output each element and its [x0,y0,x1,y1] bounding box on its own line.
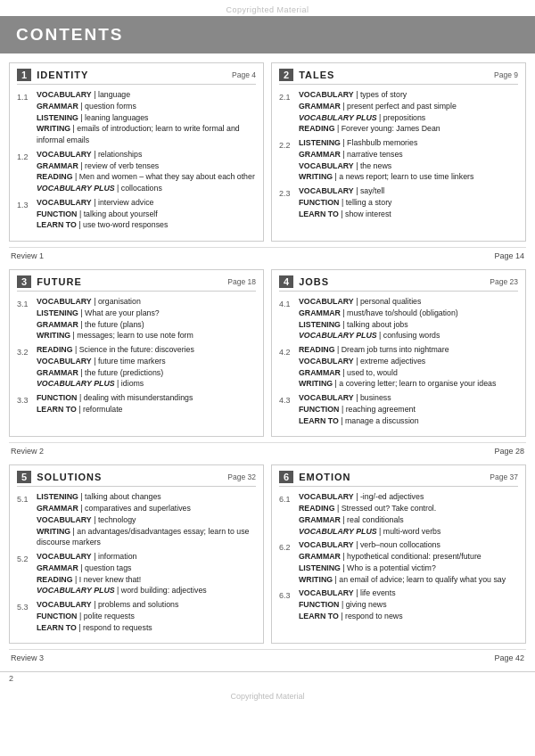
unit-header-5: 5SOLUTIONSPage 32 [17,471,256,487]
unit-title-2: TALES [299,70,334,80]
section-4.1: 4.1VOCABULARY | personal qualitiesGRAMMA… [279,296,518,341]
review-1-label: Review 1 [11,251,44,260]
keyword-rest: | confusing words [377,331,440,340]
section-line: VOCABULARY PLUS | word building: adjecti… [37,585,256,596]
keyword-rest: | telling a story [339,198,391,207]
section-line: GRAMMAR | comparatives and superlatives [37,503,256,514]
review-1: Review 1 Page 14 [9,247,526,264]
keyword: VOCABULARY [299,588,354,597]
section-line: VOCABULARY PLUS | idioms [37,378,256,390]
keyword: VOCABULARY [37,90,92,99]
keyword: GRAMMAR [299,515,341,524]
keyword: LISTENING [37,113,78,122]
section-line: FUNCTION | telling a story [299,197,518,209]
section-1.2: 1.2VOCABULARY | relationshipsGRAMMAR | r… [17,149,256,194]
keyword-rest: | review of verb tenses [78,161,159,170]
keyword-rest: | reformulate [77,405,123,414]
section-line: FUNCTION | reaching agreement [299,404,518,415]
keyword-rest: | verb–noun collocations [354,540,440,549]
keyword: GRAMMAR [299,368,341,377]
unit-number-2: 2 [279,69,293,81]
section-line: WRITING | messages; learn to use note fo… [37,330,256,341]
keyword: GRAMMAR [299,150,341,159]
keyword-rest: | problems and solutions [92,600,179,609]
keyword: LEARN TO [37,220,77,229]
keyword-rest: | I never knew that! [73,575,142,584]
keyword: FUNCTION [37,393,77,402]
section-line: VOCABULARY | future time markers [37,356,256,367]
section-line: VOCABULARY | problems and solutions [37,599,256,611]
section-content-6.1: VOCABULARY | -ing/-ed adjectivesREADING … [299,491,518,537]
section-line: VOCABULARY | interview advice [37,197,256,209]
header-title: CONTENTS [16,25,124,44]
keyword: LEARN TO [299,210,339,218]
section-line: VOCABULARY PLUS | multi-word verbs [299,526,518,538]
keyword: GRAMMAR [299,552,341,561]
keyword-rest: | idioms [115,379,144,388]
section-content-3.3: FUNCTION | dealing with misunderstanding… [37,392,256,415]
keyword: VOCABULARY PLUS [37,184,115,193]
keyword-rest: | life events [354,588,396,597]
section-line: VOCABULARY | life events [299,588,518,599]
keyword: VOCABULARY [37,357,92,366]
keyword: VOCABULARY [299,186,354,195]
section-line: LISTENING | leaning languages [37,112,256,124]
section-content-4.3: VOCABULARY | businessFUNCTION | reaching… [299,392,518,426]
section-line: LISTENING | Who is a potential victim? [299,563,518,574]
keyword-rest: | talking about changes [78,492,161,501]
watermark-top: Copyrighted Material [0,0,535,16]
section-1.1: 1.1VOCABULARY | languageGRAMMAR | questi… [17,89,256,146]
keyword-rest: | -ing/-ed adjectives [354,492,424,501]
keyword: READING [299,345,335,354]
keyword: VOCABULARY [37,515,92,524]
keyword-rest: | a news report; learn to use time linke… [333,172,473,181]
unit-box-2: 2TALESPage 92.1VOCABULARY | types of sto… [271,62,526,242]
section-content-5.3: VOCABULARY | problems and solutionsFUNCT… [37,599,256,633]
keyword-rest: | question forms [78,102,136,111]
section-line: LISTENING | talking about jobs [299,319,518,331]
section-line: READING | Forever young: James Dean [299,123,518,135]
keyword: LISTENING [37,492,78,501]
unit-box-3: 3FUTUREPage 183.1VOCABULARY | organisati… [9,269,264,437]
keyword: LEARN TO [299,416,339,425]
unit-header-6: 6EMOTIONPage 37 [279,471,518,487]
section-line: LEARN TO | manage a discussion [299,415,518,427]
keyword: READING [299,504,335,513]
section-line: FUNCTION | polite requests [37,611,256,622]
keyword: WRITING [299,575,333,584]
keyword-rest: | future time markers [92,357,166,366]
section-content-3.2: READING | Science in the future: discove… [37,344,256,390]
keyword: VOCABULARY PLUS [37,379,115,388]
keyword-rest: | must/have to/should (obligation) [341,308,458,317]
section-content-4.2: READING | Dream job turns into nightmare… [299,344,518,390]
section-line: VOCABULARY | say/tell [299,185,518,197]
section-line: GRAMMAR | present perfect and past simpl… [299,101,518,112]
section-line: VOCABULARY | types of story [299,89,518,101]
keyword: FUNCTION [37,210,77,218]
section-line: FUNCTION | talking about yourself [37,209,256,220]
unit-header-3: 3FUTUREPage 18 [17,275,256,292]
keyword: GRAMMAR [37,504,78,513]
unit-page-3: Page 18 [227,277,256,286]
keyword-rest: | comparatives and superlatives [78,504,191,513]
section-line: VOCABULARY PLUS | confusing words [299,330,518,341]
unit-box-4: 4JOBSPage 234.1VOCABULARY | personal qua… [271,269,526,437]
section-5.1: 5.1LISTENING | talking about changesGRAM… [17,491,256,548]
section-line: WRITING | an email of advice; learn to q… [299,574,518,586]
keyword-rest: | real conditionals [341,515,404,524]
units-row-1: 1IDENTITYPage 41.1VOCABULARY | languageG… [9,62,526,242]
keyword: WRITING [37,124,70,133]
keyword: FUNCTION [299,405,339,414]
section-line: VOCABULARY | language [37,89,256,101]
keyword-rest: | business [354,393,391,402]
section-line: GRAMMAR | the future (plans) [37,319,256,331]
unit-number-4: 4 [279,275,293,288]
section-line: GRAMMAR | must/have to/should (obligatio… [299,308,518,319]
unit-box-6: 6EMOTIONPage 376.1VOCABULARY | -ing/-ed … [271,464,526,644]
section-num-5.1: 5.1 [17,495,37,504]
section-line: VOCABULARY PLUS | collocations [37,183,256,194]
unit-box-1: 1IDENTITYPage 41.1VOCABULARY | languageG… [9,62,264,242]
keyword-rest: | a covering letter; learn to organise y… [333,379,496,388]
unit-title-6: EMOTION [299,472,350,482]
section-line: VOCABULARY | technology [37,514,256,526]
